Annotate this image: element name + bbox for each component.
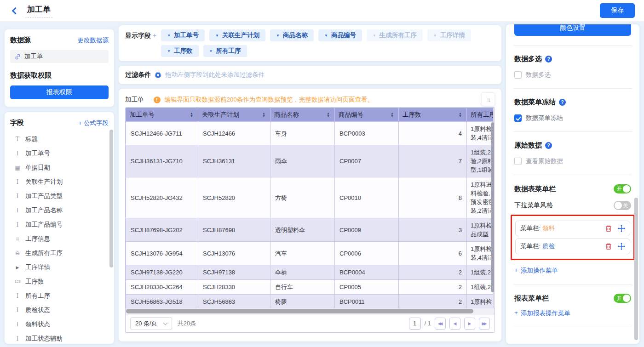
table-vertical-scrollbar[interactable] [491,122,494,292]
table-cell: SCJH56863-JG518 [126,295,198,308]
dropdown-style-toggle[interactable]: 关 [614,201,631,210]
sort-carets-icon[interactable]: ▲▼ [459,112,462,118]
prev-page-button[interactable]: ◀ [449,318,460,330]
page-size-select[interactable]: 20 条/页 [130,317,172,330]
table-cell-count: 2 [399,295,467,308]
sort-carets-icon[interactable]: ▲▼ [262,112,265,118]
field-item[interactable]: I质检状态 [10,303,109,317]
field-label: 加工单号 [25,149,50,158]
trash-icon[interactable] [605,225,612,232]
field-item[interactable]: I加工产品名称 [10,203,109,217]
field-item[interactable]: T标题 [10,132,109,146]
field-item[interactable]: I加工单号 [10,146,109,160]
field-label: 标题 [25,135,38,143]
report-permission-button[interactable]: 报表权限 [10,85,109,99]
display-field-tag[interactable]: ▼加工单号 [161,29,205,41]
field-item[interactable]: I加工产品类型 [10,189,109,203]
settings-scrollbar[interactable] [634,198,638,340]
trash-icon[interactable] [605,243,612,250]
move-icon[interactable] [618,243,625,250]
table-menubar-toggle[interactable]: 开 [614,184,631,193]
column-header[interactable]: 关联生产计划▲▼ [198,108,270,122]
table-cell: 雨伞 [270,145,335,177]
help-icon[interactable]: ? [559,99,566,106]
datasource-item[interactable]: 加工单 [10,50,109,63]
sort-carets-icon[interactable]: ▲▼ [391,112,394,118]
table-cell: 车身 [270,122,335,145]
field-item[interactable]: I加工状态辅助 [10,331,109,344]
display-field-tag[interactable]: ▼商品名称 [270,29,314,41]
sort-carets-icon[interactable]: ▲▼ [190,112,193,118]
next-page-button[interactable]: ▶ [464,318,475,330]
first-page-button[interactable]: ◀◀ [435,318,446,330]
field-label: 领料状态 [25,320,50,329]
table-cell: SCJH87698 [198,218,270,242]
display-field-tag[interactable]: ▼关联生产计划 [209,29,265,41]
display-field-tag[interactable]: ▼所有工序 [203,45,247,57]
table-horizontal-scrollbar[interactable] [126,308,494,314]
display-field-tag[interactable]: ▼生成所有工序 [367,29,423,41]
menu-item-zhijian[interactable]: 菜单栏: 质检 [515,239,630,254]
data-table: 加工单号▲▼关联生产计划▲▼商品名称▲▼商品编号▲▼工序数▲▼所有工序▲▼ SC… [126,108,494,308]
field-item[interactable]: 123工序数 [10,274,109,289]
help-icon[interactable]: ? [545,56,552,63]
field-item[interactable]: ≡工序信息 [10,232,109,246]
gear-icon[interactable] [155,72,161,79]
add-display-field-button[interactable]: + [153,32,156,39]
report-menubar-toggle[interactable]: 开 [614,294,631,303]
field-item[interactable]: I加工产品编号 [10,217,109,232]
fields-list: T标题I加工单号▦单据日期I关联生产计划I加工产品类型I加工产品名称I加工产品编… [10,132,109,344]
add-formula-field-link[interactable]: + 公式字段 [78,119,109,127]
column-header[interactable]: 工序数▲▼ [399,108,467,122]
tag-label: 工序详情 [440,31,465,40]
field-item[interactable]: ▶工序详情 [10,260,109,274]
page-input[interactable] [409,318,421,330]
field-item[interactable]: I所有工序 [10,289,109,303]
fields-scrollbar[interactable] [109,130,113,267]
report-menubar-heading: 报表菜单栏 [514,294,549,303]
display-field-tag[interactable]: ▼工序数 [161,45,198,57]
link-icon [14,53,21,60]
filter-panel[interactable]: 过滤条件 拖动左侧字段到此处来添加过滤条件 [119,66,501,84]
menu-freeze-checkbox-row[interactable]: 数据菜单冻结 [514,114,631,122]
filter-drop-hint: 拖动左侧字段到此处来添加过滤条件 [165,71,264,79]
checkbox-unchecked[interactable] [514,158,522,165]
scrollbar-thumb[interactable] [126,309,473,313]
divider [513,88,632,89]
field-item[interactable]: I关联生产计划 [10,175,109,189]
raw-data-heading: 原始数据 [514,141,542,150]
tag-label: 关联生产计划 [222,31,259,40]
column-header[interactable]: 商品编号▲▼ [335,108,399,122]
annotation-highlight-box: 菜单栏: 领料 菜单栏: 质检 [511,215,635,260]
checkbox-unchecked[interactable] [514,71,522,79]
raw-data-checkbox-row[interactable]: 查看原始数据 [514,157,631,165]
permission-heading: 数据获取权限 [10,71,109,80]
save-button[interactable]: 保存 [600,3,635,18]
column-header[interactable]: 所有工序▲▼ [467,108,494,122]
table-cell: SCJH13076-JG954 [126,242,198,265]
display-field-tag[interactable]: ▼商品编号 [318,29,362,41]
display-field-tag[interactable]: ▼工序详情 [427,29,471,41]
back-icon[interactable] [12,7,19,14]
table-row: SCJH87698-JG202SCJH87698透明塑料伞CP000931原料检… [126,218,494,242]
field-item[interactable]: I领料状态 [10,317,109,331]
table-menubar-heading: 数据表菜单栏 [514,185,556,193]
add-report-action-menu-link[interactable]: +添加报表操作菜单 [514,309,570,318]
move-icon[interactable] [618,225,625,232]
field-item[interactable]: ⊖生成所有工序 [10,246,109,260]
sort-carets-icon[interactable]: ▲▼ [327,112,330,118]
menu-item-lingliao[interactable]: 菜单栏: 领料 [515,221,630,236]
add-action-menu-link[interactable]: +添加操作菜单 [514,267,558,275]
checkbox-checked[interactable] [514,114,522,122]
help-icon[interactable]: ? [545,142,552,149]
sort-tool-button[interactable]: ↑↓ [481,92,495,106]
last-page-button[interactable]: ▶▶ [479,318,490,330]
column-header[interactable]: 商品名称▲▼ [270,108,335,122]
column-header[interactable]: 加工单号▲▼ [126,108,198,122]
field-label: 单据日期 [25,164,50,172]
color-settings-button[interactable]: 颜色设置 [514,24,631,36]
page-of-label: / 1 [425,320,431,327]
change-datasource-link[interactable]: 更改数据源 [78,36,109,45]
field-item[interactable]: ▦单据日期 [10,160,109,175]
multi-select-checkbox-row[interactable]: 数据多选 [514,71,631,79]
